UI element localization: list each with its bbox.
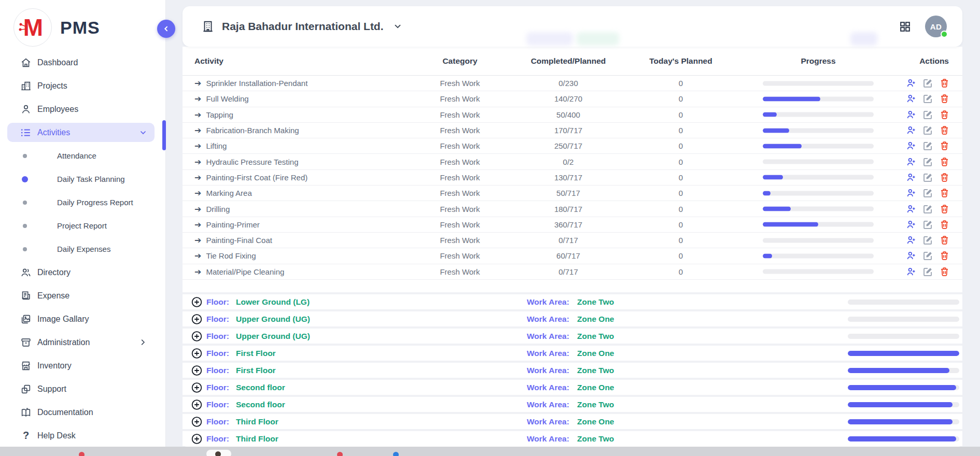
apps-grid-icon[interactable] <box>899 20 912 33</box>
work-area-label: Work Area: <box>527 380 569 395</box>
expand-plus-icon[interactable] <box>191 347 203 359</box>
sidebar-subitem-daily-task-planning[interactable]: Daily Task Planning <box>0 167 166 191</box>
assign-user-button[interactable] <box>906 188 917 198</box>
clipped-element <box>206 450 231 456</box>
floor-row: Floor: Second floor Work Area: Zone One <box>183 380 962 395</box>
assign-user-button[interactable] <box>906 266 917 277</box>
expand-plus-icon[interactable] <box>191 313 203 325</box>
activity-category: Fresh Work <box>397 91 523 106</box>
sidebar-item-expense[interactable]: Expense <box>0 284 166 307</box>
assign-user-button[interactable] <box>906 250 917 261</box>
delete-button[interactable] <box>939 235 950 246</box>
assign-user-button[interactable] <box>906 140 917 151</box>
assign-user-button[interactable] <box>906 93 917 104</box>
edit-button[interactable] <box>922 204 933 215</box>
sidebar-subitem-daily-progress-report[interactable]: Daily Progress Report <box>0 191 166 214</box>
assign-user-button[interactable] <box>906 109 917 120</box>
delete-button[interactable] <box>939 204 950 215</box>
sidebar-subitem-daily-expenses[interactable]: Daily Expenses <box>0 237 166 261</box>
assign-user-button[interactable] <box>906 235 917 246</box>
edit-button[interactable] <box>922 266 933 277</box>
table-row: ➔Drilling Fresh Work 180/717 0 <box>183 201 962 217</box>
expand-plus-icon[interactable] <box>191 330 203 342</box>
delete-button[interactable] <box>939 93 950 104</box>
edit-button[interactable] <box>922 78 933 89</box>
expand-plus-icon[interactable] <box>191 364 203 376</box>
completed-planned-value: 130/717 <box>523 170 613 185</box>
avatar-initials: AD <box>930 22 942 31</box>
company-selector[interactable]: Raja Bahadur International Ltd. <box>201 6 402 47</box>
user-avatar[interactable]: AD <box>925 16 947 37</box>
assign-user-button[interactable] <box>906 204 917 215</box>
assign-user-button[interactable] <box>906 78 917 89</box>
chevron-right-icon <box>139 338 147 346</box>
sidebar-item-activities[interactable]: Activities <box>0 121 166 144</box>
delete-button[interactable] <box>939 219 950 230</box>
archive-box-icon <box>20 336 32 349</box>
delete-button[interactable] <box>939 250 950 261</box>
edit-button[interactable] <box>922 156 933 167</box>
sidebar-item-label: Activities <box>37 128 70 137</box>
assign-user-button[interactable] <box>906 156 917 167</box>
edit-button[interactable] <box>922 109 933 120</box>
delete-button[interactable] <box>939 140 950 151</box>
assign-user-button[interactable] <box>906 125 917 136</box>
assign-user-button[interactable] <box>906 172 917 183</box>
edit-button[interactable] <box>922 188 933 198</box>
bullet-icon <box>23 224 27 228</box>
sidebar-item-help-desk[interactable]: ? Help Desk <box>0 424 166 447</box>
delete-button[interactable] <box>939 125 950 136</box>
expand-plus-icon[interactable] <box>191 296 203 308</box>
main-content: Activity Category Completed/Planned Toda… <box>183 47 962 447</box>
sidebar-collapse-button[interactable] <box>157 20 175 38</box>
activity-name: Tie Rod Fixing <box>206 251 256 260</box>
sidebar-item-label: Administration <box>37 338 90 347</box>
arrow-right-icon: ➔ <box>194 188 201 198</box>
horizontal-scrollbar-track[interactable] <box>0 447 980 456</box>
floor-progress-bar <box>848 436 959 441</box>
delete-button[interactable] <box>939 78 950 89</box>
todays-planned-value: 0 <box>613 91 748 106</box>
expand-plus-icon[interactable] <box>191 416 203 428</box>
app-logo[interactable]: M PMS <box>13 8 100 47</box>
delete-button[interactable] <box>939 109 950 120</box>
active-section-indicator <box>162 120 166 150</box>
arrow-right-icon: ➔ <box>194 235 201 245</box>
sidebar-item-support[interactable]: Support <box>0 377 166 401</box>
delete-button[interactable] <box>939 188 950 198</box>
sidebar-subitem-project-report[interactable]: Project Report <box>0 214 166 237</box>
work-area-value: Zone Two <box>577 294 614 309</box>
sidebar-item-employees[interactable]: Employees <box>0 97 166 121</box>
expand-plus-icon[interactable] <box>191 398 203 410</box>
work-area-value: Zone One <box>577 380 614 395</box>
edit-button[interactable] <box>922 93 933 104</box>
sidebar-item-documentation[interactable]: Documentation <box>0 401 166 424</box>
floor-label: Floor: <box>206 311 229 326</box>
delete-button[interactable] <box>939 172 950 183</box>
work-area-label: Work Area: <box>527 346 569 361</box>
header-actions: AD <box>899 6 947 47</box>
edit-button[interactable] <box>922 172 933 183</box>
edit-button[interactable] <box>922 250 933 261</box>
sidebar-item-directory[interactable]: Directory <box>0 261 166 284</box>
edit-button[interactable] <box>922 235 933 246</box>
edit-button[interactable] <box>922 219 933 230</box>
edit-button[interactable] <box>922 125 933 136</box>
table-row: ➔Tie Rod Fixing Fresh Work 60/717 0 <box>183 248 962 264</box>
sidebar-item-inventory[interactable]: Inventory <box>0 354 166 377</box>
sidebar-item-image-gallary[interactable]: Image Gallary <box>0 307 166 331</box>
floor-row: Floor: First Floor Work Area: Zone Two <box>183 363 962 378</box>
delete-button[interactable] <box>939 266 950 277</box>
sidebar-item-administration[interactable]: Administration <box>0 331 166 354</box>
delete-button[interactable] <box>939 156 950 167</box>
sidebar-item-dashboard[interactable]: Dashboard <box>0 51 166 74</box>
column-header-activity: Activity <box>194 47 223 76</box>
sidebar-subitem-attendance[interactable]: Attendance <box>0 144 166 167</box>
sidebar-item-projects[interactable]: Projects <box>0 74 166 97</box>
progress-bar <box>763 238 874 243</box>
floor-label: Floor: <box>206 414 229 429</box>
edit-button[interactable] <box>922 140 933 151</box>
expand-plus-icon[interactable] <box>191 433 203 445</box>
assign-user-button[interactable] <box>906 219 917 230</box>
expand-plus-icon[interactable] <box>191 381 203 393</box>
